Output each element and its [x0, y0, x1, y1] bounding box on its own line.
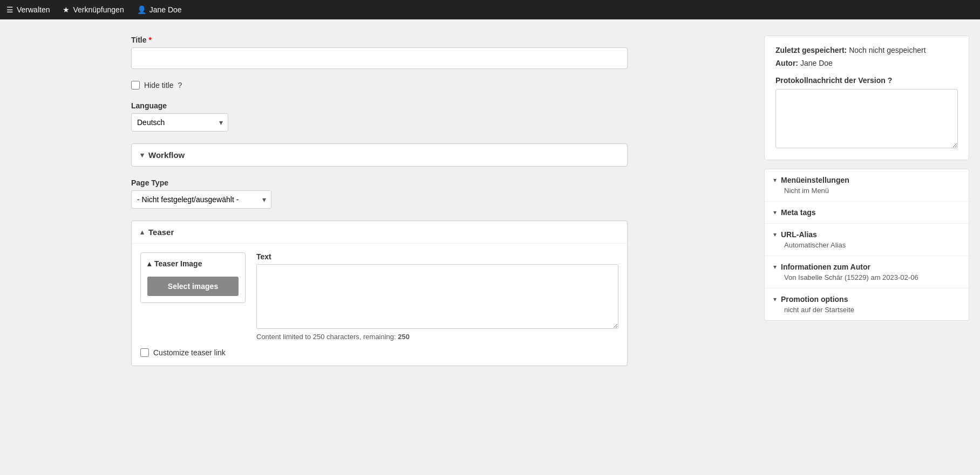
author-label: Autor:	[775, 59, 798, 67]
teaser-chevron-icon: ▴	[140, 228, 144, 236]
accordion-item-url-alias: ▾ URL-Alias Automatischer Alias	[765, 224, 969, 256]
language-select-wrapper: Deutsch English Français	[131, 113, 228, 132]
teaser-body: ▴ Teaser Image Select images Text Conten…	[132, 243, 627, 366]
menu-settings-title: Menüeinstellungen	[781, 176, 849, 184]
author-info-chevron-icon: ▾	[773, 263, 777, 271]
teaser-image-chevron-icon: ▴	[147, 259, 151, 268]
top-navigation: ☰ Verwalten ★ Verknüpfungen 👤 Jane Doe	[0, 0, 980, 19]
version-message-label: Protokollnachricht der Version	[775, 76, 886, 85]
teaser-text-area: Text Content limited to 250 characters, …	[256, 252, 618, 341]
customize-teaser-link-checkbox[interactable]	[140, 348, 149, 357]
title-field-group: Title *	[131, 36, 628, 69]
accordion-item-menu-settings: ▾ Menüeinstellungen Nicht im Menü	[765, 169, 969, 202]
promotion-options-subtitle: nicht auf der Startseite	[784, 306, 960, 314]
star-icon: ★	[63, 5, 70, 14]
text-label: Text	[256, 252, 618, 261]
nav-verwalten-label: Verwalten	[17, 5, 50, 14]
customize-teaser-link-label: Customize teaser link	[153, 348, 226, 357]
select-images-button[interactable]: Select images	[147, 277, 239, 296]
customize-teaser-link-row: Customize teaser link	[140, 348, 618, 357]
nav-user[interactable]: 👤 Jane Doe	[137, 5, 182, 14]
teaser-inner: ▴ Teaser Image Select images Text Conten…	[140, 252, 618, 341]
accordion-header-promotion-options[interactable]: ▾ Promotion options	[773, 295, 960, 304]
last-saved-value: Noch nicht gespeichert	[849, 46, 925, 54]
version-message-textarea[interactable]	[775, 89, 958, 148]
menu-settings-subtitle: Nicht im Menü	[784, 187, 960, 195]
hide-title-checkbox[interactable]	[131, 81, 140, 90]
menu-settings-chevron-icon: ▾	[773, 176, 777, 184]
accordion-header-menu-settings[interactable]: ▾ Menüeinstellungen	[773, 176, 960, 184]
promotion-options-chevron-icon: ▾	[773, 295, 777, 303]
url-alias-subtitle: Automatischer Alias	[784, 241, 960, 249]
meta-tags-chevron-icon: ▾	[773, 209, 777, 216]
hide-title-label: Hide title	[144, 81, 173, 90]
teaser-image-header: ▴ Teaser Image	[147, 259, 239, 268]
workflow-label: Workflow	[148, 150, 185, 160]
language-select[interactable]: Deutsch English Français	[131, 113, 228, 132]
last-saved-label: Zuletzt gespeichert:	[775, 46, 847, 54]
title-label: Title *	[131, 36, 628, 44]
workflow-chevron-icon: ▾	[140, 151, 144, 159]
page-type-select-wrapper: - Nicht festgelegt/ausgewählt -	[131, 190, 271, 209]
main-content: Title * Hide title ? Language Deutsch En…	[131, 36, 644, 459]
teaser-header[interactable]: ▴ Teaser	[132, 221, 627, 243]
author-value: Jane Doe	[800, 59, 833, 67]
teaser-image-label: Teaser Image	[154, 259, 202, 268]
language-label: Language	[131, 101, 628, 110]
accordion-item-author-info: ▾ Informationen zum Autor Von Isabelle S…	[765, 256, 969, 288]
url-alias-title: URL-Alias	[781, 230, 817, 239]
user-icon: 👤	[137, 5, 146, 14]
char-remaining: 250	[398, 333, 410, 341]
accordion-header-meta-tags[interactable]: ▾ Meta tags	[773, 208, 960, 217]
accordion-item-promotion-options: ▾ Promotion options nicht auf der Starts…	[765, 288, 969, 320]
hide-title-help-icon[interactable]: ?	[178, 81, 182, 90]
sidebar-meta-card: Zuletzt gespeichert: Noch nicht gespeich…	[764, 36, 969, 160]
last-saved-row: Zuletzt gespeichert: Noch nicht gespeich…	[775, 46, 958, 54]
sidebar-accordion: ▾ Menüeinstellungen Nicht im Menü ▾ Meta…	[764, 169, 969, 321]
workflow-section: ▾ Workflow	[131, 143, 628, 167]
char-limit-info: Content limited to 250 characters, remai…	[256, 333, 618, 341]
nav-verwalten[interactable]: ☰ Verwalten	[6, 5, 50, 14]
author-row: Autor: Jane Doe	[775, 59, 958, 67]
author-info-title: Informationen zum Autor	[781, 263, 870, 271]
text-textarea[interactable]	[256, 264, 618, 329]
teaser-image-box: ▴ Teaser Image Select images	[140, 252, 246, 303]
accordion-header-author-info[interactable]: ▾ Informationen zum Autor	[773, 263, 960, 271]
meta-tags-title: Meta tags	[781, 208, 816, 217]
accordion-header-url-alias[interactable]: ▾ URL-Alias	[773, 230, 960, 239]
title-required-marker: *	[149, 36, 152, 44]
nav-user-label: Jane Doe	[149, 5, 182, 14]
teaser-section: ▴ Teaser ▴ Teaser Image Select images	[131, 221, 628, 366]
page-type-field-group: Page Type - Nicht festgelegt/ausgewählt …	[131, 178, 628, 209]
page-type-label: Page Type	[131, 178, 628, 187]
page-type-select[interactable]: - Nicht festgelegt/ausgewählt -	[131, 190, 271, 209]
language-field-group: Language Deutsch English Français	[131, 101, 628, 132]
author-info-subtitle: Von Isabelle Schär (15229) am 2023-02-06	[784, 273, 960, 281]
title-input[interactable]	[131, 47, 628, 69]
nav-verknuepfungen-label: Verknüpfungen	[73, 5, 124, 14]
menu-icon: ☰	[6, 5, 13, 14]
hide-title-row: Hide title ?	[131, 81, 628, 90]
url-alias-chevron-icon: ▾	[773, 231, 777, 238]
accordion-item-meta-tags: ▾ Meta tags	[765, 202, 969, 224]
version-message-help-icon[interactable]: ?	[888, 76, 893, 85]
promotion-options-title: Promotion options	[781, 295, 848, 304]
version-message-label-row: Protokollnachricht der Version ?	[775, 76, 958, 85]
sidebar: Zuletzt gespeichert: Noch nicht gespeich…	[764, 36, 969, 459]
teaser-label: Teaser	[148, 228, 174, 237]
workflow-header[interactable]: ▾ Workflow	[132, 144, 627, 166]
page-layout: Title * Hide title ? Language Deutsch En…	[0, 19, 980, 475]
nav-verknuepfungen[interactable]: ★ Verknüpfungen	[63, 5, 124, 14]
